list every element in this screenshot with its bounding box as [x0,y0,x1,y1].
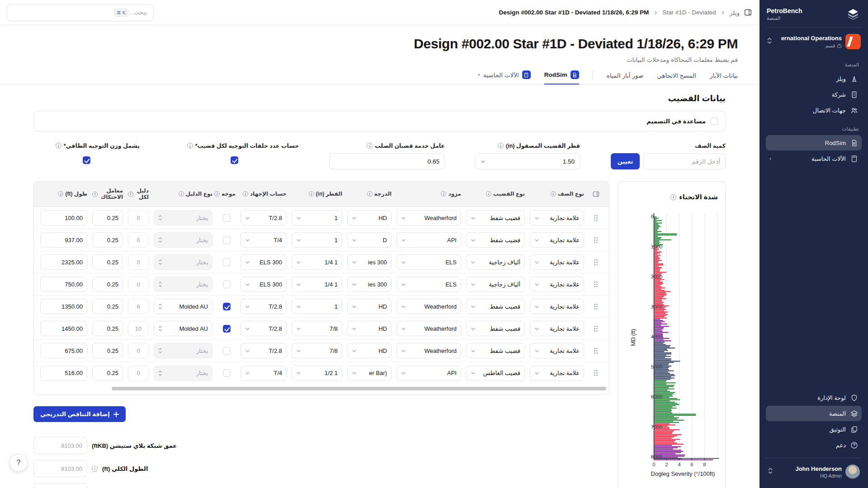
rod-type-select[interactable]: ألياف زجاجية [466,277,525,292]
sidebar-item-derrick[interactable]: ويلز [766,71,862,86]
grade-select[interactable]: er Bar) [347,366,392,381]
row-type-select[interactable]: علامة تجارية [530,277,584,292]
guided-checkbox[interactable] [223,369,231,377]
guide-type-select[interactable]: يختار [154,343,212,358]
breadcrumb-parent[interactable]: Star #1D - Deviated [662,9,716,16]
help-fab[interactable]: ? [9,454,28,472]
info-icon[interactable] [309,191,314,197]
rod-type-select[interactable]: قضيب شفط [466,299,525,314]
guides-per-rod-input[interactable] [128,254,149,270]
footer-field-input[interactable] [33,460,87,477]
buoyant-weight-checkbox[interactable] [83,156,90,164]
drag-handle-icon[interactable] [589,325,603,332]
guide-rings-checkbox[interactable] [231,156,238,164]
sidebar-item-calculator[interactable]: الآلات الحاسبة› [766,151,862,166]
grade-select[interactable]: HD [347,321,392,336]
guided-checkbox[interactable] [223,258,231,266]
diameter-select[interactable]: 1/2 1 [292,366,342,381]
grade-select[interactable]: HD [347,343,392,358]
diameter-select[interactable]: 1/4 1 [292,277,342,292]
vendor-select[interactable]: ELS [396,254,461,270]
grade-select[interactable]: ies 300 [347,254,392,270]
guides-per-rod-input[interactable] [128,232,149,248]
sidebar-item-help[interactable]: دعم [766,437,862,453]
row-type-select[interactable]: علامة تجارية [530,299,584,314]
vendor-select[interactable]: Weatherford [396,299,461,314]
info-icon[interactable] [486,191,491,197]
info-icon[interactable] [441,191,446,197]
length-input[interactable] [40,366,87,381]
drag-handle-icon[interactable] [589,347,603,354]
guided-checkbox[interactable] [223,236,231,244]
guide-type-select[interactable]: يختار [154,366,212,381]
length-input[interactable] [40,210,87,225]
tab-plain[interactable]: صور آبار المياه [607,72,644,84]
rod-type-select[interactable]: ألياف زجاجية [466,254,525,270]
guide-type-select[interactable]: يختار [154,277,212,292]
guide-type-select[interactable]: Molded AU [154,299,212,314]
guides-per-rod-input[interactable] [128,299,149,314]
stress-calc-select[interactable]: ELS 300 [241,277,287,292]
guides-per-rod-input[interactable] [128,343,149,358]
friction-input[interactable] [92,321,123,336]
vendor-select[interactable]: Weatherford [396,343,461,358]
drag-handle-icon[interactable] [589,215,603,221]
friction-input[interactable] [92,254,123,270]
drag-handle-icon[interactable] [589,259,603,266]
tab-calculator[interactable]: الآلات الحاسبة▾ [478,70,531,84]
rod-type-select[interactable]: قضيب شفط [466,343,525,358]
footer-field-input[interactable] [33,483,87,488]
sidebar-item-rodsim[interactable]: RodSim [766,135,862,150]
diameter-select[interactable]: 1/4 1 [292,254,342,270]
sidebar-item-building[interactable]: شركة [766,87,862,102]
grade-select[interactable]: HD [347,210,392,225]
grade-select[interactable]: D [347,232,392,248]
scrollbar-thumb[interactable] [112,387,606,390]
vendor-select[interactable]: API [396,232,461,248]
user-menu[interactable]: John Henderson HQ Admin [766,462,862,482]
info-icon[interactable] [498,143,504,149]
vendor-select[interactable]: Weatherford [396,321,461,336]
info-icon[interactable] [92,466,98,472]
diameter-select[interactable]: 7/8 [292,343,342,358]
row-type-select[interactable]: علامة تجارية [530,366,584,381]
add-taper-button[interactable]: إضافة التناقص التدريجي [33,406,126,422]
row-type-select[interactable]: علامة تجارية [530,254,584,270]
info-icon[interactable] [128,192,133,197]
grade-select[interactable]: ies 300 [347,277,392,292]
row-type-select[interactable]: علامة تجارية [530,232,584,248]
sidebar-item-docs[interactable]: التوثيق [766,422,862,437]
diameter-select[interactable]: 1 [292,210,342,225]
guide-type-select[interactable]: يختار [154,232,212,248]
friction-input[interactable] [92,343,123,358]
vendor-select[interactable]: Weatherford [396,210,461,225]
drag-handle-icon[interactable] [589,370,603,376]
info-icon[interactable] [179,191,184,197]
length-input[interactable] [40,232,87,248]
friction-input[interactable] [92,277,123,292]
guided-checkbox[interactable] [223,303,231,310]
row-qty-input[interactable] [643,153,726,169]
length-input[interactable] [40,299,87,314]
set-button[interactable]: تعيين [611,153,640,169]
guided-checkbox[interactable] [223,281,231,288]
drag-handle-icon[interactable] [589,237,603,244]
tab-rodsim[interactable]: RodSim [544,70,579,84]
info-icon[interactable] [56,143,61,149]
guides-per-rod-input[interactable] [128,277,149,292]
breadcrumb-root[interactable]: ويلز [730,9,740,16]
stress-calc-select[interactable]: T/2.8 [241,299,287,314]
guide-type-select[interactable]: Molded AU [154,321,212,336]
stress-calc-select[interactable]: T/2.8 [241,210,287,225]
info-icon[interactable] [214,191,220,197]
stress-calc-select[interactable]: ELS 300 [241,254,287,270]
stress-calc-select[interactable]: T/2.8 [241,321,287,336]
length-input[interactable] [40,277,87,292]
info-icon[interactable] [58,191,63,197]
guided-checkbox[interactable] [223,325,231,333]
vendor-select[interactable]: ELS [396,277,461,292]
friction-input[interactable] [92,210,123,225]
rod-type-select[interactable]: قضيب شفط [466,232,525,248]
row-type-select[interactable]: علامة تجارية [530,321,584,336]
row-type-select[interactable]: علامة تجارية [530,210,584,225]
